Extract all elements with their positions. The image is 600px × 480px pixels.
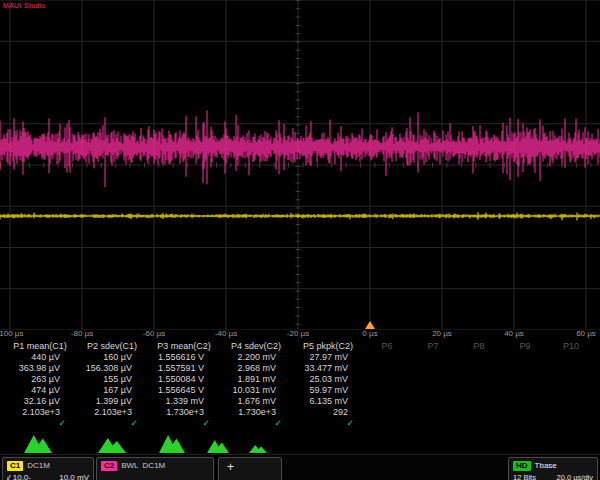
param-header-p6[interactable]: P6 <box>364 340 410 352</box>
measure-table: P1 mean(C1) P2 sdev(C1) P3 mean(C2) P4 s… <box>4 340 596 429</box>
measure-row-status: ✓ ✓ ✓ ✓ ✓ <box>4 418 596 429</box>
status-check: ✓ <box>220 418 292 429</box>
waveform-display[interactable]: MAUI Studio -100 µs -80 µs -60 µs -40 µs… <box>0 0 600 338</box>
measure-value: 160 µV <box>76 352 148 363</box>
measure-value: 1.676 mV <box>220 396 292 407</box>
bottom-bar: C1 DC1M -10.0 mV 10.0 mV C2 BWL DC1M + H… <box>0 454 600 480</box>
plus-icon: + <box>223 460 277 474</box>
measure-value: 1.556616 V <box>148 352 220 363</box>
measure-value: 25.03 mV <box>292 374 364 385</box>
measure-value: 59.97 mV <box>292 385 364 396</box>
time-label: -100 µs <box>0 329 23 338</box>
status-label: MAUI Studio <box>3 2 46 9</box>
measure-value: 167 µV <box>76 385 148 396</box>
measure-value: 33.477 mV <box>292 363 364 374</box>
measure-value: 2.103e+3 <box>76 407 148 418</box>
status-check: ✓ <box>76 418 148 429</box>
measure-value: 2.103e+3 <box>4 407 76 418</box>
time-label: -20 µs <box>287 329 309 338</box>
c1-tag: C1 <box>7 461 23 471</box>
param-header-p8[interactable]: P8 <box>456 340 502 352</box>
time-label: -40 µs <box>215 329 237 338</box>
timebase-descriptor[interactable]: HD Tbase 12 Bits 20.0 µs/div <box>508 457 598 480</box>
param-header-p4[interactable]: P4 sdev(C2) <box>220 340 292 352</box>
c2-coupling: DC1M <box>143 461 166 471</box>
hd-badge: HD <box>513 461 531 471</box>
measure-value: 32.16 µV <box>4 396 76 407</box>
measure-value: 440 µV <box>4 352 76 363</box>
measure-value: 2.200 mV <box>220 352 292 363</box>
timebase-tdiv: 20.0 µs/div <box>557 473 593 480</box>
measure-row-sdev: 32.16 µV 1.399 µV 1.339 mV 1.676 mV 6.13… <box>4 396 596 407</box>
add-trace-button[interactable]: + <box>218 457 282 480</box>
measure-row-value: 440 µV 160 µV 1.556616 V 2.200 mV 27.97 … <box>4 352 596 363</box>
measure-value: 1.730e+3 <box>220 407 292 418</box>
c1-vdiv: 10.0 mV <box>59 473 89 480</box>
param-header-p9[interactable]: P9 <box>502 340 548 352</box>
c1-trace <box>0 212 600 220</box>
measure-value: 156.308 µV <box>76 363 148 374</box>
time-label: 60 µs <box>576 329 596 338</box>
time-label: 20 µs <box>432 329 452 338</box>
trigger-marker[interactable] <box>365 321 375 329</box>
c1-offset: -10.0 mV <box>7 473 31 480</box>
status-check: ✓ <box>4 418 76 429</box>
measure-row-num: 2.103e+3 2.103e+3 1.730e+3 1.730e+3 292 <box>4 407 596 418</box>
waveform-svg <box>0 0 600 330</box>
c2-tag: C2 <box>101 461 117 471</box>
measure-value: 1.730e+3 <box>148 407 220 418</box>
time-label: 40 µs <box>504 329 524 338</box>
time-label: -60 µs <box>143 329 165 338</box>
param-header-p1[interactable]: P1 mean(C1) <box>4 340 76 352</box>
c2-bwl: BWL <box>121 461 138 471</box>
param-header-p7[interactable]: P7 <box>410 340 456 352</box>
measure-value: 1.557591 V <box>148 363 220 374</box>
status-check: ✓ <box>292 418 364 429</box>
time-label: -80 µs <box>71 329 93 338</box>
param-header-p5[interactable]: P5 pkpk(C2) <box>292 340 364 352</box>
channel-c1-descriptor[interactable]: C1 DC1M -10.0 mV 10.0 mV <box>2 457 94 480</box>
measure-value: 292 <box>292 407 364 418</box>
measure-value: 474 µV <box>4 385 76 396</box>
status-check: ✓ <box>148 418 220 429</box>
time-axis: -100 µs -80 µs -60 µs -40 µs -20 µs 0 µs… <box>0 329 600 339</box>
timebase-bits: 12 Bits <box>513 473 536 480</box>
measure-value: 155 µV <box>76 374 148 385</box>
param-header-p10[interactable]: P10 <box>548 340 594 352</box>
measure-value: 10.031 mV <box>220 385 292 396</box>
measure-header-row: P1 mean(C1) P2 sdev(C1) P3 mean(C2) P4 s… <box>4 340 596 352</box>
param-header-p3[interactable]: P3 mean(C2) <box>148 340 220 352</box>
param-header-p2[interactable]: P2 sdev(C1) <box>76 340 148 352</box>
measure-value: 1.550084 V <box>148 374 220 385</box>
histicons <box>0 430 600 454</box>
c2-noise-trace <box>0 110 600 187</box>
measure-value: 1.339 mV <box>148 396 220 407</box>
timebase-label: Tbase <box>535 461 557 471</box>
measure-value: 363.98 µV <box>4 363 76 374</box>
oscilloscope-screen: MAUI Studio -100 µs -80 µs -60 µs -40 µs… <box>0 0 600 480</box>
measure-value: 1.399 µV <box>76 396 148 407</box>
channel-c2-descriptor[interactable]: C2 BWL DC1M <box>96 457 214 480</box>
measure-row-max: 474 µV 167 µV 1.556645 V 10.031 mV 59.97… <box>4 385 596 396</box>
histicons-svg <box>0 430 600 454</box>
measure-value: 1.556645 V <box>148 385 220 396</box>
time-label: 0 µs <box>362 329 377 338</box>
measure-value: 263 µV <box>4 374 76 385</box>
measure-row-mean: 363.98 µV 156.308 µV 1.557591 V 2.968 mV… <box>4 363 596 374</box>
measure-value: 27.97 mV <box>292 352 364 363</box>
measure-value: 1.891 mV <box>220 374 292 385</box>
measure-value: 2.968 mV <box>220 363 292 374</box>
measure-value: 6.135 mV <box>292 396 364 407</box>
measure-row-min: 263 µV 155 µV 1.550084 V 1.891 mV 25.03 … <box>4 374 596 385</box>
c1-coupling: DC1M <box>27 461 50 471</box>
